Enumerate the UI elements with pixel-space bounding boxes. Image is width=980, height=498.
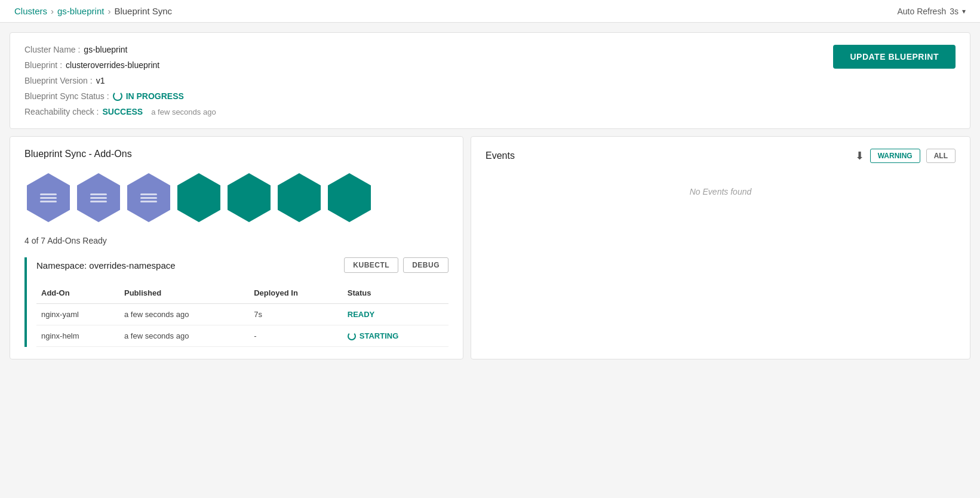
hex-icon-1 [40, 193, 57, 202]
starting-spinner-icon [348, 332, 356, 340]
update-blueprint-button[interactable]: UPDATE BLUEPRINT [833, 45, 956, 69]
sync-status-value: IN PROGRESS [126, 91, 184, 101]
hex-shape-4 [177, 173, 220, 222]
all-filter-button[interactable]: ALL [926, 149, 956, 163]
table-header-row: Add-On Published Deployed In Status [36, 282, 448, 304]
no-events-message: No Events found [486, 187, 956, 196]
top-nav: Clusters › gs-blueprint › Blueprint Sync… [0, 0, 980, 23]
hex-icon-2 [90, 193, 107, 202]
sync-status-label: Blueprint Sync Status : [24, 91, 109, 101]
blueprint-value: clusteroverrides-blueprint [66, 60, 159, 70]
addon-status-1: READY [343, 304, 448, 325]
col-addon: Add-On [36, 282, 119, 304]
table-row: nginx-helm a few seconds ago - STARTING [36, 325, 448, 347]
auto-refresh-interval: 3s [950, 7, 959, 16]
status-ready-label: READY [348, 310, 375, 319]
main-content: Blueprint Sync - Add-Ons [10, 136, 970, 359]
addon-name-2: nginx-helm [36, 325, 119, 347]
addon-status-2: STARTING [343, 325, 448, 347]
hexagon-row [24, 171, 448, 224]
blueprint-row: Blueprint : clusteroverrides-blueprint [24, 60, 216, 70]
breadcrumb-clusters[interactable]: Clusters [14, 6, 47, 16]
download-icon[interactable]: ⬇ [855, 149, 864, 162]
reachability-label: Reachability check : [24, 107, 99, 116]
status-starting-label: STARTING [348, 331, 444, 340]
sync-spinner-icon [113, 91, 122, 101]
cluster-name-label: Cluster Name : [24, 45, 80, 54]
debug-button[interactable]: DEBUG [403, 257, 448, 273]
cluster-name-row: Cluster Name : gs-blueprint [24, 45, 216, 54]
addons-count: 4 of 7 Add-Ons Ready [24, 236, 448, 245]
breadcrumb-blueprint[interactable]: gs-blueprint [57, 6, 104, 16]
kubectl-button[interactable]: KUBECTL [344, 257, 398, 273]
hex-3 [125, 171, 173, 224]
breadcrumb-current: Blueprint Sync [114, 6, 172, 16]
namespace-section: Namespace: overrides-namespace KUBECTL D… [24, 257, 448, 347]
warning-filter-button[interactable]: WARNING [870, 149, 920, 163]
events-header: Events ⬇ WARNING ALL [486, 149, 956, 163]
hex-5 [225, 171, 273, 224]
hex-icon-3 [140, 193, 157, 202]
hex-4 [175, 171, 223, 224]
chevron-down-icon[interactable]: ▾ [962, 7, 966, 16]
addon-deployed-1: 7s [249, 304, 343, 325]
auto-refresh: Auto Refresh 3s ▾ [897, 7, 966, 16]
hex-shape-2 [77, 173, 120, 222]
hex-shape-6 [278, 173, 321, 222]
blueprint-version-row: Blueprint Version : v1 [24, 76, 216, 85]
addon-published-2: a few seconds ago [119, 325, 249, 347]
reachability-value: SUCCESS [103, 107, 143, 116]
blueprint-version-label: Blueprint Version : [24, 76, 93, 85]
breadcrumb-sep2: › [107, 6, 110, 16]
reachability-row: Reachability check : SUCCESS a few secon… [24, 107, 216, 116]
info-fields: Cluster Name : gs-blueprint Blueprint : … [24, 45, 216, 116]
hex-shape-1 [27, 173, 70, 222]
auto-refresh-label: Auto Refresh [897, 7, 946, 16]
addon-published-1: a few seconds ago [119, 304, 249, 325]
hex-7 [325, 171, 373, 224]
hex-1 [24, 171, 72, 224]
hex-shape-5 [228, 173, 271, 222]
reachability-timestamp: a few seconds ago [151, 107, 216, 116]
col-deployed-in: Deployed In [249, 282, 343, 304]
namespace-title: Namespace: overrides-namespace [36, 260, 176, 270]
addon-name-1: nginx-yaml [36, 304, 119, 325]
hex-shape-7 [328, 173, 371, 222]
addon-deployed-2: - [249, 325, 343, 347]
addon-table: Add-On Published Deployed In Status ngin… [36, 282, 448, 347]
cluster-name-value: gs-blueprint [84, 45, 127, 54]
right-panel: Events ⬇ WARNING ALL No Events found [471, 136, 970, 359]
hex-shape-3 [127, 173, 170, 222]
col-status: Status [343, 282, 448, 304]
col-published: Published [119, 282, 249, 304]
addons-panel-title: Blueprint Sync - Add-Ons [24, 149, 448, 159]
namespace-header: Namespace: overrides-namespace KUBECTL D… [36, 257, 448, 273]
blueprint-label: Blueprint : [24, 60, 62, 70]
sync-status-row: Blueprint Sync Status : IN PROGRESS [24, 91, 216, 101]
table-row: nginx-yaml a few seconds ago 7s READY [36, 304, 448, 325]
namespace-buttons: KUBECTL DEBUG [344, 257, 448, 273]
breadcrumb-sep1: › [51, 6, 54, 16]
events-title: Events [486, 150, 515, 161]
info-card: Cluster Name : gs-blueprint Blueprint : … [10, 32, 970, 129]
hex-2 [75, 171, 122, 224]
left-panel: Blueprint Sync - Add-Ons [10, 136, 463, 359]
hex-6 [275, 171, 323, 224]
breadcrumb: Clusters › gs-blueprint › Blueprint Sync [14, 6, 172, 16]
blueprint-version-value: v1 [96, 76, 105, 85]
events-controls: ⬇ WARNING ALL [855, 149, 956, 163]
